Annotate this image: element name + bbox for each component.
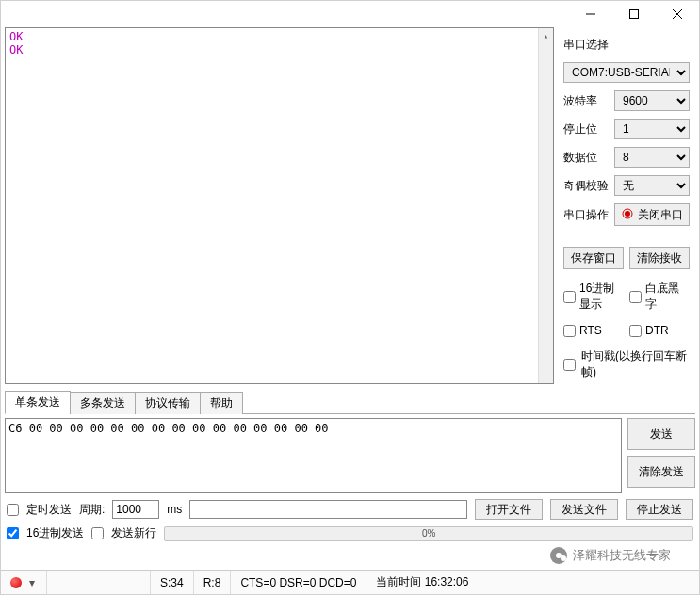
receive-scrollbar[interactable]: ▴ (538, 28, 553, 383)
status-bar: ▾ S:34 R:8 CTS=0 DSR=0 DCD=0 当前时间 16:32:… (1, 570, 699, 594)
status-indicator[interactable]: ▾ (1, 571, 47, 594)
clear-send-button[interactable]: 清除发送 (627, 456, 695, 488)
status-time: 当前时间 16:32:06 (366, 571, 699, 594)
close-button[interactable] (656, 1, 699, 27)
send-file-button[interactable]: 发送文件 (550, 499, 618, 520)
send-area: 发送 清除发送 (5, 418, 695, 493)
tab-help[interactable]: 帮助 (200, 392, 243, 414)
baud-label: 波特率 (563, 93, 609, 109)
receive-area[interactable]: OK OK ▴ (5, 27, 554, 384)
parity-label: 奇偶校验 (563, 178, 609, 194)
save-window-button[interactable]: 保存窗口 (563, 247, 624, 269)
tabs: 单条发送 多条发送 协议传输 帮助 (5, 392, 695, 414)
hex-display-checkbox[interactable] (563, 291, 576, 303)
port-label: 串口选择 (563, 37, 690, 53)
clear-receive-button[interactable]: 清除接收 (629, 247, 690, 269)
op-label: 串口操作 (563, 207, 609, 223)
period-unit: ms (167, 503, 182, 516)
status-sent: S:34 (151, 571, 194, 594)
upper-pane: OK OK ▴ 串口选择 COM7:USB-SERIAL 波特率 9600 停止… (1, 27, 699, 384)
titlebar (1, 1, 699, 27)
open-file-button[interactable]: 打开文件 (475, 499, 543, 520)
watermark: 泽耀科技无线专家 (550, 547, 671, 564)
hex-send-checkbox[interactable] (7, 527, 19, 539)
tab-multi-send[interactable]: 多条发送 (70, 392, 136, 414)
white-black-checkbox[interactable] (629, 291, 642, 303)
rts-checkbox[interactable] (563, 325, 576, 337)
receive-text: OK OK (6, 28, 553, 58)
white-black-label: 白底黑字 (645, 281, 690, 313)
svg-line-2 (673, 9, 682, 19)
hex-display-label: 16进制显示 (579, 281, 624, 313)
wechat-icon (550, 547, 567, 564)
send-button[interactable]: 发送 (627, 418, 695, 450)
tab-single-send[interactable]: 单条发送 (5, 391, 71, 414)
close-port-button[interactable]: 关闭串口 (614, 203, 690, 226)
stopbit-label: 停止位 (563, 121, 609, 137)
timed-send-checkbox[interactable] (7, 504, 19, 516)
svg-line-3 (673, 9, 682, 19)
hex-send-label: 16进制发送 (26, 525, 84, 541)
databit-select[interactable]: 8 (614, 147, 690, 168)
port-select[interactable]: COM7:USB-SERIAL (563, 62, 690, 83)
stop-send-button[interactable]: 停止发送 (626, 499, 693, 520)
maximize-button[interactable] (612, 1, 656, 27)
dtr-label: DTR (645, 324, 669, 337)
minimize-button[interactable] (569, 1, 612, 27)
watermark-text: 泽耀科技无线专家 (573, 547, 671, 564)
timestamp-label: 时间戳(以换行回车断帧) (581, 348, 690, 380)
status-signals: CTS=0 DSR=0 DCD=0 (231, 571, 366, 594)
period-input[interactable] (112, 500, 159, 519)
databit-label: 数据位 (563, 150, 609, 166)
record-icon (10, 577, 22, 588)
period-label: 周期: (79, 502, 105, 518)
send-input[interactable] (5, 418, 622, 493)
progress-text: 0% (422, 528, 435, 539)
port-status-icon (621, 207, 634, 223)
close-port-label: 关闭串口 (638, 207, 683, 223)
svg-point-5 (625, 211, 630, 217)
side-panel: 串口选择 COM7:USB-SERIAL 波特率 9600 停止位 1 数据位 … (558, 27, 699, 384)
dtr-checkbox[interactable] (629, 325, 642, 337)
progress-bar: 0% (164, 526, 693, 541)
parity-select[interactable]: 无 (614, 175, 690, 196)
timed-send-label: 定时发送 (26, 502, 72, 518)
send-options: 定时发送 周期: ms 打开文件 发送文件 停止发送 16进制发送 发送新行 0… (7, 499, 693, 541)
baud-select[interactable]: 9600 (614, 90, 690, 111)
app-window: OK OK ▴ 串口选择 COM7:USB-SERIAL 波特率 9600 停止… (0, 0, 700, 595)
svg-rect-1 (630, 10, 639, 19)
stopbit-select[interactable]: 1 (614, 119, 690, 139)
tab-protocol[interactable]: 协议传输 (135, 392, 201, 414)
send-newline-label: 发送新行 (111, 525, 156, 541)
file-path-field[interactable] (189, 500, 467, 519)
status-recv: R:8 (194, 571, 232, 594)
timestamp-checkbox[interactable] (563, 359, 576, 371)
rts-label: RTS (579, 324, 602, 337)
send-newline-checkbox[interactable] (91, 527, 104, 539)
chevron-down-icon[interactable]: ▾ (27, 578, 37, 587)
status-spacer (47, 571, 151, 594)
scroll-up-icon[interactable]: ▴ (539, 28, 553, 43)
